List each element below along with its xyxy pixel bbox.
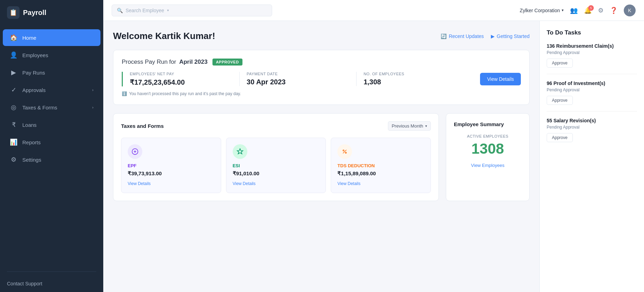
view-employees-link[interactable]: View Employees <box>454 163 522 168</box>
taxes-section: Taxes and Forms Previous Month ▾ EPF <box>113 113 439 201</box>
help-icon[interactable]: ❓ <box>610 7 617 14</box>
content: Welcome Kartik Kumar! 🔄 Recent Updates ▶… <box>103 21 644 292</box>
welcome-title: Welcome Kartik Kumar! <box>113 31 215 41</box>
tds-card: TDS DEDUCTION ₹1,15,89,089.00 View Detai… <box>331 138 431 193</box>
todo-item-title: 96 Proof of Investment(s) <box>547 80 637 86</box>
sidebar-item-settings[interactable]: ⚙ Settings <box>3 151 100 168</box>
header-right: Zylker Corporation ▾ 👥 🔔 5 ⚙ ❓ K <box>520 5 636 16</box>
sidebar-item-taxes-forms[interactable]: ◎ Taxes & Forms › <box>3 99 100 116</box>
sidebar-item-employees[interactable]: 👤 Employees <box>3 47 100 63</box>
team-icon[interactable]: 👥 <box>570 7 578 14</box>
home-icon: 🏠 <box>10 34 17 41</box>
tds-view-details-link[interactable]: View Details <box>337 181 360 186</box>
main-area: 🔍 Search Employee ▾ Zylker Corporation ▾… <box>103 0 644 292</box>
getting-started-link[interactable]: ▶ Getting Started <box>491 33 530 39</box>
pay-run-card: Process Pay Run for April 2023 APPROVED … <box>113 50 530 105</box>
approve-button[interactable]: Approve <box>547 59 573 68</box>
todo-item: 55 Salary Revision(s) Pending Approval A… <box>547 118 637 148</box>
info-icon: ℹ️ <box>122 91 127 96</box>
sidebar-item-home[interactable]: 🏠 Home <box>3 29 100 46</box>
approve-button[interactable]: Approve <box>547 96 573 105</box>
employee-summary-header: Employee Summary <box>454 121 522 127</box>
active-employees-count: 1308 <box>454 140 522 157</box>
no-of-employees-stat: NO. OF EMPLOYEES 1,308 <box>356 72 473 86</box>
todo-item-subtitle: Pending Approval <box>547 125 637 130</box>
approvals-icon: ✓ <box>10 86 17 94</box>
app-logo: 📋 Payroll <box>0 0 103 25</box>
sidebar-nav: 🏠 Home 👤 Employees ▶ Pay Runs ✓ Approval… <box>0 25 103 268</box>
sidebar-item-label: Approvals <box>22 87 46 93</box>
pay-run-title: Process Pay Run for April 2023 <box>122 59 208 66</box>
todo-item-title: 136 Reimbursement Claim(s) <box>547 43 637 49</box>
approved-badge: APPROVED <box>212 59 242 66</box>
svg-point-3 <box>343 150 344 151</box>
org-name[interactable]: Zylker Corporation ▾ <box>520 8 564 13</box>
employees-icon: 👤 <box>10 51 17 59</box>
right-panel: To Do Tasks 136 Reimbursement Claim(s) P… <box>539 21 644 292</box>
sidebar-item-label: Loans <box>22 122 37 128</box>
avatar[interactable]: K <box>624 5 636 16</box>
sidebar-item-label: Employees <box>22 52 48 58</box>
contact-support[interactable]: Contact Support <box>0 275 103 292</box>
epf-card: EPF ₹39,73,913.00 View Details <box>121 138 221 193</box>
settings-icon: ⚙ <box>10 156 17 163</box>
sidebar-item-label: Settings <box>22 157 41 163</box>
svg-point-4 <box>345 152 346 153</box>
taxes-icon: ◎ <box>10 103 17 111</box>
chevron-down-icon: ▾ <box>425 124 427 128</box>
settings-icon[interactable]: ⚙ <box>598 7 604 14</box>
header: 🔍 Search Employee ▾ Zylker Corporation ▾… <box>103 0 644 21</box>
sidebar-item-label: Reports <box>22 139 41 145</box>
pay-run-details: EMPLOYEES' NET PAY ₹17,25,23,654.00 PAYM… <box>122 72 521 86</box>
active-employees-label: ACTIVE EMPLOYEES <box>454 134 522 138</box>
epf-amount: ₹39,73,913.00 <box>128 170 215 177</box>
reports-icon: 📊 <box>10 138 17 146</box>
sidebar-divider <box>7 271 96 272</box>
esi-amount: ₹91,010.00 <box>233 170 320 177</box>
recent-updates-link[interactable]: 🔄 Recent Updates <box>441 33 484 39</box>
taxes-section-title: Taxes and Forms <box>121 123 164 129</box>
search-bar[interactable]: 🔍 Search Employee ▾ <box>112 5 272 16</box>
tds-icon <box>337 144 352 159</box>
play-icon: ▶ <box>491 33 495 39</box>
search-dropdown-icon: ▾ <box>167 8 169 12</box>
employee-summary-section: Employee Summary ACTIVE EMPLOYEES 1308 V… <box>446 113 530 201</box>
sidebar-item-pay-runs[interactable]: ▶ Pay Runs <box>3 64 100 81</box>
svg-line-5 <box>343 150 346 153</box>
sidebar-item-reports[interactable]: 📊 Reports <box>3 134 100 151</box>
welcome-links: 🔄 Recent Updates ▶ Getting Started <box>441 33 530 39</box>
epf-name: EPF <box>128 163 215 168</box>
esi-name: ESI <box>233 163 320 168</box>
tds-name: TDS DEDUCTION <box>337 163 424 168</box>
epf-view-details-link[interactable]: View Details <box>128 181 151 186</box>
view-details-button[interactable]: View Details <box>480 73 521 85</box>
esi-view-details-link[interactable]: View Details <box>233 181 256 186</box>
pay-run-warning: ℹ️ You haven't processed this pay run an… <box>122 91 521 96</box>
sidebar-item-approvals[interactable]: ✓ Approvals › <box>3 82 100 98</box>
notification-badge: 5 <box>588 5 594 11</box>
net-pay-stat: EMPLOYEES' NET PAY ₹17,25,23,654.00 <box>130 72 239 86</box>
contact-support-label: Contact Support <box>7 281 42 286</box>
sidebar-item-label: Home <box>22 35 36 41</box>
logo-icon: 📋 <box>7 6 20 19</box>
bottom-grid: Taxes and Forms Previous Month ▾ EPF <box>113 113 530 201</box>
month-selector[interactable]: Previous Month ▾ <box>388 121 431 131</box>
sidebar-item-label: Pay Runs <box>22 70 45 76</box>
todo-item: 136 Reimbursement Claim(s) Pending Appro… <box>547 43 637 74</box>
taxes-section-header: Taxes and Forms Previous Month ▾ <box>121 121 431 131</box>
epf-icon <box>128 144 142 159</box>
approve-button[interactable]: Approve <box>547 133 573 142</box>
chevron-down-icon: ▾ <box>562 8 564 13</box>
chevron-right-icon: › <box>92 88 93 92</box>
todo-item-subtitle: Pending Approval <box>547 50 637 55</box>
app-title: Payroll <box>23 9 46 17</box>
pay-runs-icon: ▶ <box>10 69 17 76</box>
todo-item-subtitle: Pending Approval <box>547 87 637 92</box>
sidebar-item-loans[interactable]: ₹ Loans <box>3 116 100 133</box>
esi-icon <box>233 144 247 159</box>
notifications-icon[interactable]: 🔔 5 <box>584 7 592 14</box>
tds-amount: ₹1,15,89,089.00 <box>337 170 424 177</box>
welcome-header: Welcome Kartik Kumar! 🔄 Recent Updates ▶… <box>113 31 530 41</box>
tax-cards: EPF ₹39,73,913.00 View Details ESI ₹91,0… <box>121 138 431 193</box>
sidebar-item-label: Taxes & Forms <box>22 105 57 110</box>
